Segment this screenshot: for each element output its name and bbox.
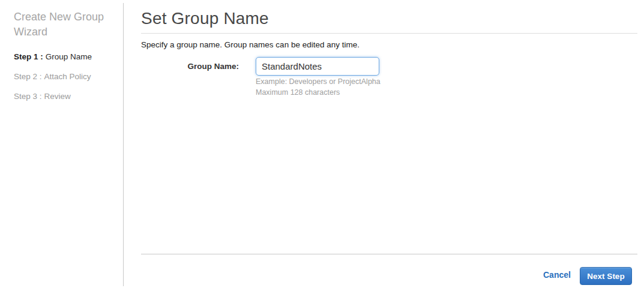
step-label: Attach Policy <box>44 72 91 81</box>
sidebar-divider <box>123 3 124 286</box>
group-name-label: Group Name: <box>141 62 239 71</box>
title-divider <box>141 33 637 34</box>
next-step-button[interactable]: Next Step <box>580 267 632 285</box>
wizard-title: Create New Group Wizard <box>14 10 113 40</box>
step-label: Group Name <box>46 52 92 61</box>
footer-divider <box>141 254 637 254</box>
sidebar-step-attach-policy: Step 2 :Attach Policy <box>14 72 91 81</box>
step-prefix: Step 1 : <box>14 52 43 61</box>
page-title: Set Group Name <box>141 9 269 28</box>
step-prefix: Step 2 : <box>14 72 42 81</box>
sidebar-step-group-name: Step 1 :Group Name <box>14 52 92 61</box>
group-name-input[interactable] <box>256 57 379 76</box>
cancel-button[interactable]: Cancel <box>543 270 571 280</box>
group-name-maxlength-hint: Maximum 128 characters <box>256 88 340 97</box>
page-description: Specify a group name. Group names can be… <box>141 40 360 49</box>
step-prefix: Step 3 : <box>14 92 42 101</box>
group-name-example-hint: Example: Developers or ProjectAlpha <box>256 77 381 86</box>
step-label: Review <box>44 92 71 101</box>
sidebar-step-review: Step 3 :Review <box>14 92 71 101</box>
